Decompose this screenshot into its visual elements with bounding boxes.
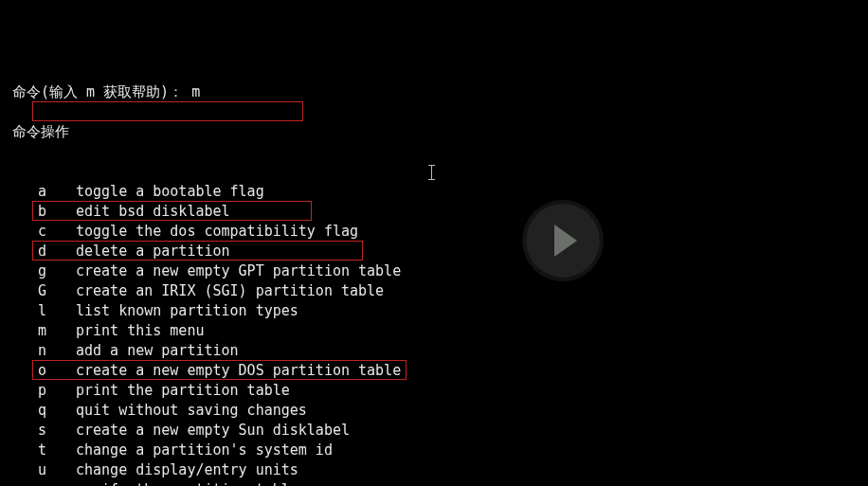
menu-row-o: ocreate a new empty DOS partition table [0, 361, 868, 381]
menu-desc: create an IRIX (SGI) partition table [76, 282, 384, 299]
menu-key: o [38, 361, 76, 381]
menu-key: b [38, 202, 76, 222]
menu-desc: toggle the dos compatibility flag [76, 223, 358, 240]
menu-row-m: mprint this menu [0, 321, 868, 341]
menu-row-v: vverify the partition table [0, 480, 868, 486]
menu-key: l [38, 301, 76, 321]
menu-desc: add a new partition [76, 342, 239, 359]
fdisk-menu: atoggle a bootable flagbedit bsd disklab… [0, 182, 868, 486]
menu-key: d [38, 242, 76, 261]
menu-desc: toggle a bootable flag [76, 183, 264, 200]
prompt-label: 命令(输入 m 获取帮助)： [12, 83, 183, 100]
menu-row-p: pprint the partition table [0, 381, 868, 401]
menu-desc: edit bsd disklabel [76, 203, 230, 220]
menu-key: n [38, 341, 76, 361]
menu-desc: quit without saving changes [76, 402, 307, 419]
menu-desc: create a new empty Sun disklabel [76, 422, 350, 439]
menu-header: 命令操作 [0, 122, 868, 142]
menu-row-d: ddelete a partition [0, 242, 868, 261]
menu-desc: change a partition's system id [76, 441, 333, 459]
text-cursor-ibeam-icon [431, 165, 432, 180]
menu-row-g: gcreate a new empty GPT partition table [0, 261, 868, 281]
menu-desc: change display/entry units [76, 461, 298, 478]
menu-desc: verify the partition table [76, 481, 298, 486]
menu-desc: create a new empty DOS partition table [76, 362, 401, 379]
menu-key: p [38, 381, 76, 401]
menu-key: q [38, 401, 76, 421]
menu-desc: print this menu [76, 322, 204, 339]
menu-key: c [38, 222, 76, 242]
menu-desc: delete a partition [76, 243, 230, 260]
menu-key: a [38, 182, 76, 202]
menu-row-n: nadd a new partition [0, 341, 868, 361]
menu-key: t [38, 441, 76, 460]
menu-key: G [38, 281, 76, 301]
menu-key: g [38, 261, 76, 281]
fdisk-prompt-top: 命令(输入 m 获取帮助)： m [0, 82, 868, 102]
menu-key: v [38, 480, 76, 486]
menu-desc: list known partition types [76, 302, 298, 319]
menu-desc: print the partition table [76, 382, 290, 399]
menu-key: m [38, 321, 76, 341]
menu-row-l: llist known partition types [0, 301, 868, 321]
menu-row-u: uchange display/entry units [0, 460, 868, 480]
menu-key: u [38, 460, 76, 480]
play-icon[interactable] [526, 204, 600, 278]
menu-row-G: Gcreate an IRIX (SGI) partition table [0, 281, 868, 301]
menu-desc: create a new empty GPT partition table [76, 262, 401, 279]
menu-key: s [38, 421, 76, 441]
prompt-input-top[interactable]: m [191, 83, 200, 100]
menu-row-b: bedit bsd disklabel [0, 202, 868, 222]
menu-row-c: ctoggle the dos compatibility flag [0, 222, 868, 242]
menu-row-a: atoggle a bootable flag [0, 182, 868, 202]
menu-row-q: qquit without saving changes [0, 401, 868, 421]
highlight-box-d [32, 101, 303, 121]
menu-row-s: screate a new empty Sun disklabel [0, 421, 868, 441]
menu-row-t: tchange a partition's system id [0, 441, 868, 460]
